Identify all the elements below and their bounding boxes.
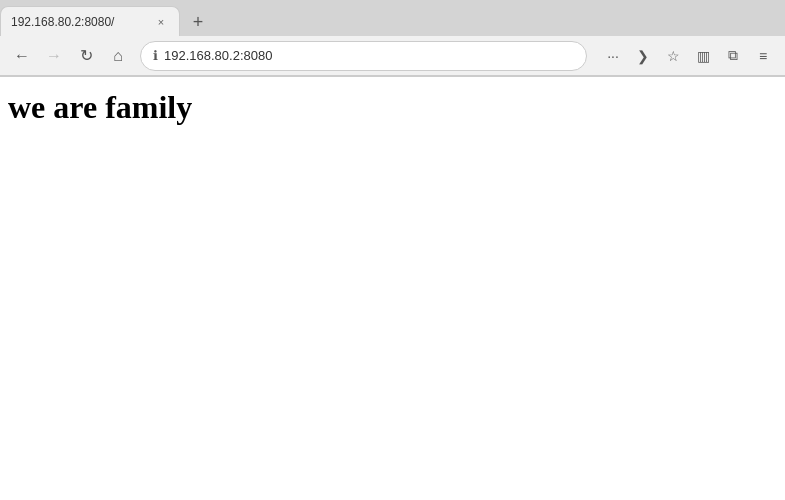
- forward-button[interactable]: →: [40, 42, 68, 70]
- new-tab-button[interactable]: +: [184, 8, 212, 36]
- tab-close-button[interactable]: ×: [153, 14, 169, 30]
- toolbar: ← → ↻ ⌂ ℹ ··· ❯ ☆ ▥ ⧉ ≡: [0, 36, 785, 76]
- tab-bar: 192.168.80.2:8080/ × +: [0, 0, 785, 36]
- sidebar-button[interactable]: ⧉: [719, 42, 747, 70]
- menu-button[interactable]: ≡: [749, 42, 777, 70]
- more-options-button[interactable]: ···: [599, 42, 627, 70]
- bookmark-button[interactable]: ☆: [659, 42, 687, 70]
- toolbar-right-icons: ··· ❯ ☆ ▥ ⧉ ≡: [599, 42, 777, 70]
- reload-button[interactable]: ↻: [72, 42, 100, 70]
- pocket-button[interactable]: ❯: [629, 42, 657, 70]
- home-button[interactable]: ⌂: [104, 42, 132, 70]
- browser-tab[interactable]: 192.168.80.2:8080/ ×: [0, 6, 180, 36]
- address-bar[interactable]: [164, 48, 574, 63]
- library-button[interactable]: ▥: [689, 42, 717, 70]
- browser-chrome: 192.168.80.2:8080/ × + ← → ↻ ⌂ ℹ ··· ❯ ☆…: [0, 0, 785, 77]
- address-bar-container: ℹ: [140, 41, 587, 71]
- page-content: we are family: [0, 77, 785, 500]
- tab-title: 192.168.80.2:8080/: [11, 15, 147, 29]
- info-icon: ℹ: [153, 48, 158, 63]
- back-button[interactable]: ←: [8, 42, 36, 70]
- page-heading: we are family: [8, 89, 777, 126]
